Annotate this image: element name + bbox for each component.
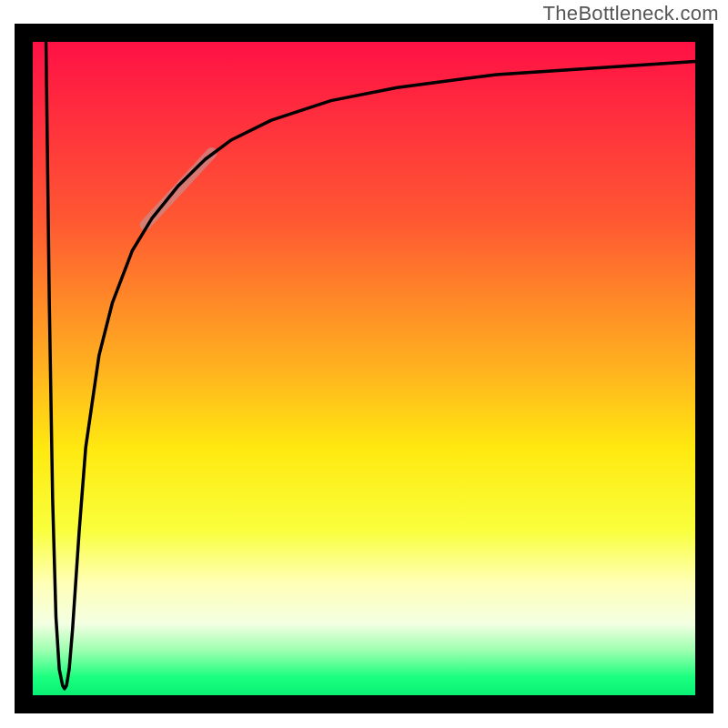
bottleneck-chart [15, 24, 713, 713]
watermark-text: TheBottleneck.com [543, 2, 719, 25]
plot-area [15, 24, 713, 713]
chart-container: TheBottleneck.com [0, 0, 728, 728]
gradient-background [24, 33, 704, 704]
